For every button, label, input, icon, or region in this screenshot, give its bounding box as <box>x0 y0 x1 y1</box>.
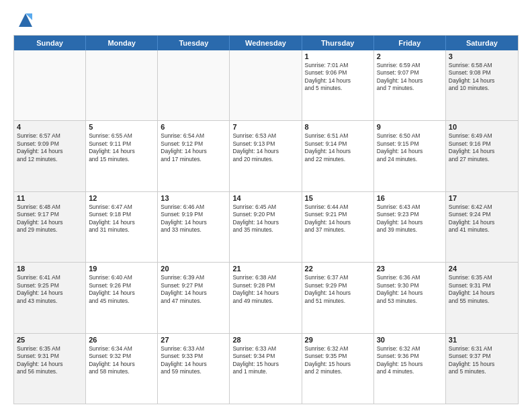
empty-cell <box>86 50 158 120</box>
header-day-friday: Friday <box>374 36 446 50</box>
day-cell-5: 5Sunrise: 6:55 AM Sunset: 9:11 PM Daylig… <box>86 121 158 191</box>
day-number: 3 <box>449 52 515 60</box>
day-cell-8: 8Sunrise: 6:51 AM Sunset: 9:14 PM Daylig… <box>302 121 374 191</box>
day-info: Sunrise: 6:34 AM Sunset: 9:32 PM Dayligh… <box>89 345 154 376</box>
day-cell-31: 31Sunrise: 6:31 AM Sunset: 9:37 PM Dayli… <box>446 334 518 404</box>
day-number: 30 <box>377 336 443 344</box>
calendar-row-4: 18Sunrise: 6:41 AM Sunset: 9:25 PM Dayli… <box>14 263 518 333</box>
day-info: Sunrise: 6:55 AM Sunset: 9:11 PM Dayligh… <box>89 132 154 163</box>
day-number: 27 <box>161 336 226 344</box>
day-cell-11: 11Sunrise: 6:48 AM Sunset: 9:17 PM Dayli… <box>14 192 86 262</box>
day-cell-6: 6Sunrise: 6:54 AM Sunset: 9:12 PM Daylig… <box>158 121 230 191</box>
day-number: 16 <box>377 194 443 202</box>
header-day-wednesday: Wednesday <box>230 36 302 50</box>
day-number: 28 <box>232 336 298 344</box>
day-info: Sunrise: 6:42 AM Sunset: 9:24 PM Dayligh… <box>449 203 515 234</box>
day-info: Sunrise: 6:47 AM Sunset: 9:18 PM Dayligh… <box>89 203 154 234</box>
day-cell-22: 22Sunrise: 6:37 AM Sunset: 9:29 PM Dayli… <box>302 263 374 332</box>
empty-cell <box>230 50 302 120</box>
logo <box>13 11 35 30</box>
day-number: 22 <box>305 265 371 273</box>
day-number: 2 <box>377 52 443 60</box>
day-info: Sunrise: 6:33 AM Sunset: 9:34 PM Dayligh… <box>232 345 298 376</box>
day-info: Sunrise: 6:57 AM Sunset: 9:09 PM Dayligh… <box>17 132 83 163</box>
day-info: Sunrise: 6:53 AM Sunset: 9:13 PM Dayligh… <box>232 132 298 163</box>
day-info: Sunrise: 6:31 AM Sunset: 9:37 PM Dayligh… <box>449 345 515 376</box>
calendar-header: SundayMondayTuesdayWednesdayThursdayFrid… <box>14 36 518 50</box>
day-number: 20 <box>161 265 226 273</box>
day-cell-3: 3Sunrise: 6:58 AM Sunset: 9:08 PM Daylig… <box>446 50 518 120</box>
day-info: Sunrise: 6:48 AM Sunset: 9:17 PM Dayligh… <box>17 203 83 234</box>
day-cell-27: 27Sunrise: 6:33 AM Sunset: 9:33 PM Dayli… <box>158 334 230 404</box>
day-number: 25 <box>17 336 83 344</box>
day-number: 11 <box>17 194 83 202</box>
day-info: Sunrise: 6:32 AM Sunset: 9:35 PM Dayligh… <box>305 345 371 376</box>
day-info: Sunrise: 6:46 AM Sunset: 9:19 PM Dayligh… <box>161 203 226 234</box>
day-number: 8 <box>305 123 371 131</box>
day-cell-12: 12Sunrise: 6:47 AM Sunset: 9:18 PM Dayli… <box>86 192 158 262</box>
day-number: 15 <box>305 194 371 202</box>
day-info: Sunrise: 6:35 AM Sunset: 9:31 PM Dayligh… <box>449 274 515 305</box>
day-number: 13 <box>161 194 226 202</box>
day-number: 17 <box>449 194 515 202</box>
day-info: Sunrise: 6:44 AM Sunset: 9:21 PM Dayligh… <box>305 203 371 234</box>
day-info: Sunrise: 6:43 AM Sunset: 9:23 PM Dayligh… <box>377 203 443 234</box>
logo-icon <box>16 11 35 30</box>
day-cell-18: 18Sunrise: 6:41 AM Sunset: 9:25 PM Dayli… <box>14 263 86 332</box>
day-info: Sunrise: 6:37 AM Sunset: 9:29 PM Dayligh… <box>305 274 371 305</box>
day-number: 21 <box>232 265 298 273</box>
day-cell-28: 28Sunrise: 6:33 AM Sunset: 9:34 PM Dayli… <box>230 334 302 404</box>
day-number: 7 <box>232 123 298 131</box>
empty-cell <box>14 50 86 120</box>
day-cell-29: 29Sunrise: 6:32 AM Sunset: 9:35 PM Dayli… <box>302 334 374 404</box>
day-number: 31 <box>449 336 515 344</box>
day-cell-17: 17Sunrise: 6:42 AM Sunset: 9:24 PM Dayli… <box>446 192 518 262</box>
day-info: Sunrise: 6:35 AM Sunset: 9:31 PM Dayligh… <box>17 345 83 376</box>
calendar-body: 1Sunrise: 7:01 AM Sunset: 9:06 PM Daylig… <box>14 50 518 404</box>
day-number: 24 <box>449 265 515 273</box>
day-info: Sunrise: 6:58 AM Sunset: 9:08 PM Dayligh… <box>449 62 515 93</box>
day-info: Sunrise: 6:38 AM Sunset: 9:28 PM Dayligh… <box>232 274 298 305</box>
day-info: Sunrise: 6:45 AM Sunset: 9:20 PM Dayligh… <box>232 203 298 234</box>
day-number: 10 <box>449 123 515 131</box>
day-cell-20: 20Sunrise: 6:39 AM Sunset: 9:27 PM Dayli… <box>158 263 230 332</box>
day-cell-7: 7Sunrise: 6:53 AM Sunset: 9:13 PM Daylig… <box>230 121 302 191</box>
day-info: Sunrise: 6:51 AM Sunset: 9:14 PM Dayligh… <box>305 132 371 163</box>
day-number: 12 <box>89 194 154 202</box>
day-number: 29 <box>305 336 371 344</box>
day-number: 1 <box>305 52 371 60</box>
day-cell-21: 21Sunrise: 6:38 AM Sunset: 9:28 PM Dayli… <box>230 263 302 332</box>
day-info: Sunrise: 6:49 AM Sunset: 9:16 PM Dayligh… <box>449 132 515 163</box>
day-cell-23: 23Sunrise: 6:36 AM Sunset: 9:30 PM Dayli… <box>374 263 446 332</box>
day-cell-14: 14Sunrise: 6:45 AM Sunset: 9:20 PM Dayli… <box>230 192 302 262</box>
day-info: Sunrise: 6:33 AM Sunset: 9:33 PM Dayligh… <box>161 345 226 376</box>
calendar-row-2: 4Sunrise: 6:57 AM Sunset: 9:09 PM Daylig… <box>14 121 518 191</box>
calendar: SundayMondayTuesdayWednesdayThursdayFrid… <box>13 35 519 404</box>
header-day-saturday: Saturday <box>446 36 518 50</box>
day-info: Sunrise: 6:41 AM Sunset: 9:25 PM Dayligh… <box>17 274 83 305</box>
day-number: 14 <box>232 194 298 202</box>
day-cell-15: 15Sunrise: 6:44 AM Sunset: 9:21 PM Dayli… <box>302 192 374 262</box>
calendar-row-5: 25Sunrise: 6:35 AM Sunset: 9:31 PM Dayli… <box>14 334 518 404</box>
day-cell-24: 24Sunrise: 6:35 AM Sunset: 9:31 PM Dayli… <box>446 263 518 332</box>
day-number: 26 <box>89 336 154 344</box>
day-number: 19 <box>89 265 154 273</box>
day-info: Sunrise: 6:40 AM Sunset: 9:26 PM Dayligh… <box>89 274 154 305</box>
day-number: 18 <box>17 265 83 273</box>
day-number: 6 <box>161 123 226 131</box>
day-cell-30: 30Sunrise: 6:32 AM Sunset: 9:36 PM Dayli… <box>374 334 446 404</box>
day-number: 5 <box>89 123 154 131</box>
day-info: Sunrise: 6:54 AM Sunset: 9:12 PM Dayligh… <box>161 132 226 163</box>
day-cell-13: 13Sunrise: 6:46 AM Sunset: 9:19 PM Dayli… <box>158 192 230 262</box>
day-cell-16: 16Sunrise: 6:43 AM Sunset: 9:23 PM Dayli… <box>374 192 446 262</box>
day-cell-9: 9Sunrise: 6:50 AM Sunset: 9:15 PM Daylig… <box>374 121 446 191</box>
header-day-monday: Monday <box>86 36 158 50</box>
day-info: Sunrise: 6:36 AM Sunset: 9:30 PM Dayligh… <box>377 274 443 305</box>
calendar-row-1: 1Sunrise: 7:01 AM Sunset: 9:06 PM Daylig… <box>14 50 518 121</box>
header-day-tuesday: Tuesday <box>158 36 230 50</box>
header <box>13 11 519 30</box>
page: SundayMondayTuesdayWednesdayThursdayFrid… <box>0 0 532 411</box>
calendar-row-3: 11Sunrise: 6:48 AM Sunset: 9:17 PM Dayli… <box>14 192 518 263</box>
day-cell-25: 25Sunrise: 6:35 AM Sunset: 9:31 PM Dayli… <box>14 334 86 404</box>
day-number: 9 <box>377 123 443 131</box>
